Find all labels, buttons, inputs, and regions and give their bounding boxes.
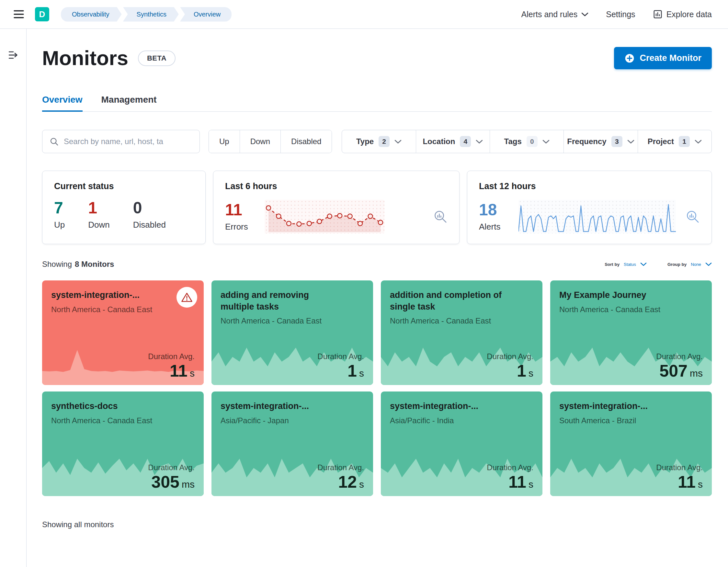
monitor-location: North America - Canada East [51,304,158,315]
filter-location-dropdown[interactable]: Location 4 [416,130,490,153]
monitor-name[interactable]: addition and completion of single task [390,289,514,312]
breadcrumb-synthetics[interactable]: Synthetics [123,7,179,22]
errors-count: 11 [225,202,256,218]
magnifier-chart-icon [433,210,448,224]
down-label: Down [88,220,109,230]
monitor-location: South America - Brazil [559,415,666,426]
create-monitor-button[interactable]: Create Monitor [614,47,712,69]
chevron-down-icon [476,140,483,144]
filter-down-button[interactable]: Down [240,130,280,153]
alerts-and-rules-menu[interactable]: Alerts and rules [521,10,589,19]
search-box [42,130,200,153]
beta-badge: BETA [138,51,176,66]
warning-triangle-icon [181,292,193,302]
monitor-name[interactable]: system-integration-... [51,289,175,301]
filter-location-label: Location [423,137,455,146]
filter-disabled-button[interactable]: Disabled [280,130,332,153]
duration-average: Duration Avg. 11s [656,463,703,490]
monitor-name[interactable]: synthetics-docs [51,401,175,412]
monitor-count: 8 Monitors [75,260,114,269]
filter-frequency-label: Frequency [567,137,606,146]
duration-value-row: 1s [317,362,364,379]
filter-type-dropdown[interactable]: Type 2 [342,130,415,153]
monitor-card[interactable]: system-integration-... North America - C… [42,280,204,385]
errors-stat: 11 Errors [225,202,256,232]
disabled-stat: 0 Disabled [133,200,166,230]
monitor-card[interactable]: system-integration-... South America - B… [550,391,712,496]
monitor-location: North America - Canada East [221,316,327,326]
group-by-control[interactable]: Group by None [667,262,712,267]
filter-frequency-dropdown[interactable]: Frequency 3 [563,130,637,153]
sort-by-control[interactable]: Sort by Status [605,262,647,267]
monitor-card[interactable]: My Example Journey North America - Canad… [550,280,712,385]
duration-unit: s [698,479,703,490]
duration-label: Duration Avg. [656,352,703,361]
inspect-alerts-button[interactable] [686,210,700,224]
duration-value: 11 [508,472,526,491]
magnifier-chart-icon [686,210,700,224]
monitor-name[interactable]: system-integration-... [390,401,514,412]
up-stat: 7 Up [54,200,65,230]
sort-by-label: Sort by [605,262,620,267]
duration-value-row: 11s [487,473,533,490]
monitor-card[interactable]: system-integration-... Asia/Pacific - In… [381,391,542,496]
breadcrumb-observability[interactable]: Observability [61,7,122,22]
space-avatar[interactable]: D [35,7,49,21]
duration-unit: s [529,368,533,379]
monitor-cards-grid: system-integration-... North America - C… [42,280,712,496]
duration-label: Duration Avg. [148,463,195,472]
monitor-location: Asia/Pacific - Japan [221,415,327,426]
bar-chart-icon [653,9,663,19]
filter-up-button[interactable]: Up [209,130,240,153]
explore-data-link[interactable]: Explore data [653,9,712,19]
monitor-name[interactable]: adding and removing multiple tasks [221,289,345,312]
inspect-errors-button[interactable] [433,210,448,224]
alerts-stat: 18 Alerts [479,202,510,232]
breadcrumb-overview[interactable]: Overview [180,7,232,22]
topbar-actions: Alerts and rules Settings Explore data [504,9,712,19]
duration-unit: ms [690,368,703,379]
monitor-name[interactable]: My Example Journey [559,289,683,301]
explore-data-label: Explore data [666,10,712,19]
duration-value-row: 11s [656,473,703,490]
monitor-card[interactable]: adding and removing multiple tasks North… [211,280,373,385]
showing-prefix: Showing [42,260,72,269]
duration-unit: ms [182,479,195,490]
tab-management[interactable]: Management [101,95,157,111]
duration-value: 507 [659,361,688,380]
monitor-card-header: My Example Journey North America - Canad… [550,280,712,315]
up-count: 7 [54,200,65,216]
duration-value-row: 305ms [148,473,195,490]
monitor-card[interactable]: addition and completion of single task N… [381,280,542,385]
monitor-card[interactable]: system-integration-... Asia/Pacific - Ja… [211,391,373,496]
duration-average: Duration Avg. 1s [487,352,533,379]
group-by-label: Group by [667,262,687,267]
chevron-down-icon [394,140,402,144]
expand-menu-button[interactable] [7,50,20,62]
warning-badge [176,287,197,308]
monitor-card[interactable]: synthetics-docs North America - Canada E… [42,391,204,496]
duration-label: Duration Avg. [148,352,195,361]
duration-value: 11 [170,361,188,380]
alerts-label: Alerts [479,222,510,232]
menu-hamburger-button[interactable] [12,7,26,21]
filter-tags-dropdown[interactable]: Tags 0 [490,130,563,153]
disabled-label: Disabled [133,220,166,230]
duration-label: Duration Avg. [487,352,533,361]
duration-value-row: 12s [317,473,364,490]
monitor-name[interactable]: system-integration-... [221,401,345,412]
monitor-name[interactable]: system-integration-... [559,401,683,412]
duration-value-row: 11s [148,362,195,379]
filter-type-label: Type [356,137,374,146]
monitor-location: North America - Canada East [559,304,666,315]
errors-label: Errors [225,222,256,232]
monitor-card-header: synthetics-docs North America - Canada E… [42,391,204,426]
monitor-location: Asia/Pacific - India [390,415,497,426]
filter-project-dropdown[interactable]: Project 1 [638,130,711,153]
settings-link[interactable]: Settings [606,10,635,19]
search-input[interactable] [59,137,199,146]
alerts-chart [518,200,676,233]
tab-overview[interactable]: Overview [42,95,83,111]
errors-panel: Last 6 hours 11 Errors [213,171,460,244]
stats-row: Current status 7 Up 1 Down 0 Disabled La… [42,171,712,244]
